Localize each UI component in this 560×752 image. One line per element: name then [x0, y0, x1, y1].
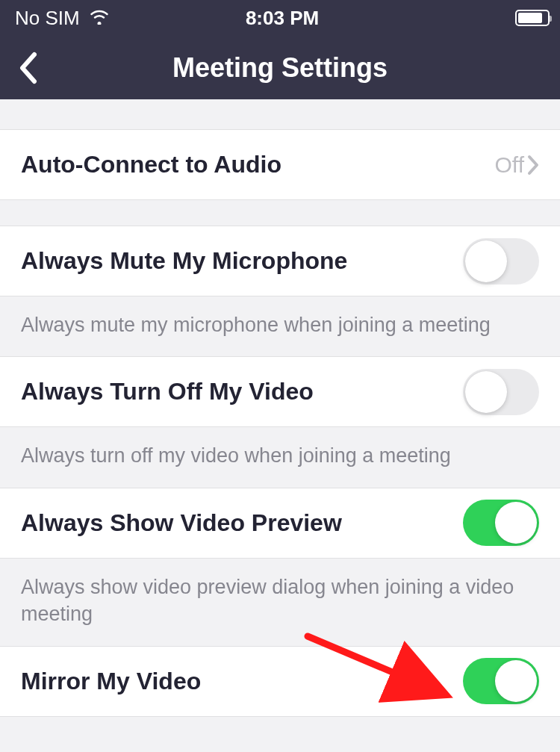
page-title: Meeting Settings [0, 52, 560, 84]
always-mute-mic-description: Always mute my microphone when joining a… [0, 296, 560, 356]
mirror-video-row: Mirror My Video [0, 646, 560, 717]
section-spacer [0, 99, 560, 129]
always-show-preview-toggle[interactable] [463, 500, 539, 546]
always-show-preview-description: Always show video preview dialog when jo… [0, 559, 560, 646]
always-turn-off-video-label: Always Turn Off My Video [21, 378, 314, 405]
always-mute-mic-toggle[interactable] [463, 238, 539, 285]
auto-connect-audio-row[interactable]: Auto-Connect to Audio Off [0, 129, 560, 200]
always-show-preview-label: Always Show Video Preview [21, 509, 342, 537]
always-mute-mic-label: Always Mute My Microphone [21, 247, 347, 275]
chevron-right-icon [527, 155, 539, 175]
mirror-video-toggle[interactable] [463, 658, 539, 704]
status-bar: No SIM 8:03 PM [0, 0, 560, 36]
auto-connect-audio-value-wrap: Off [495, 152, 539, 178]
always-show-preview-row: Always Show Video Preview [0, 488, 560, 559]
always-turn-off-video-toggle[interactable] [463, 369, 539, 415]
chevron-left-icon [18, 52, 39, 84]
battery-icon [515, 10, 550, 26]
always-turn-off-video-description: Always turn off my video when joining a … [0, 427, 560, 487]
status-right [371, 10, 550, 26]
wifi-icon [89, 7, 110, 30]
back-button[interactable] [6, 46, 51, 90]
auto-connect-audio-label: Auto-Connect to Audio [21, 151, 281, 178]
status-time: 8:03 PM [193, 7, 372, 30]
auto-connect-audio-value: Off [495, 152, 524, 178]
mirror-video-label: Mirror My Video [21, 668, 201, 695]
nav-header: Meeting Settings [0, 36, 560, 99]
always-turn-off-video-row: Always Turn Off My Video [0, 356, 560, 427]
status-left: No SIM [15, 7, 193, 30]
always-mute-mic-row: Always Mute My Microphone [0, 226, 560, 296]
carrier-text: No SIM [15, 7, 80, 30]
section-spacer [0, 200, 560, 226]
